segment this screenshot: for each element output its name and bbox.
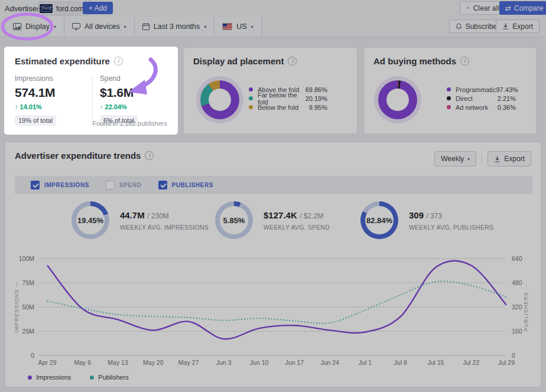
gauge-total: / $2.2M: [300, 212, 323, 220]
trend-chart-legend: Impressions Publishers: [28, 374, 129, 381]
adclarity-dashboard: Advertiser: Ford ford.com × + Add × Clea…: [0, 0, 546, 392]
display-ad-placement-card: Display ad placement i Above the fold69.…: [183, 47, 358, 134]
placement-donut-chart[interactable]: [200, 80, 239, 119]
svg-text:0: 0: [512, 352, 515, 359]
estimated-expenditure-card: Estimated expenditure i Impressions 574.…: [5, 47, 177, 134]
gauge-label: WEEKLY AVG. SPEND: [264, 224, 330, 231]
impressions-checkbox[interactable]: IMPRESSIONS: [31, 181, 89, 190]
chevron-down-icon: ▾: [467, 156, 470, 162]
date-range-filter[interactable]: Last 3 months ▾: [135, 17, 215, 37]
legend-dot: [28, 375, 32, 380]
clear-icon: ×: [466, 5, 470, 11]
legend-dot: [447, 87, 451, 92]
impressions-value: 574.1M: [15, 86, 89, 100]
display-ad-placement-title: Display ad placement i: [193, 56, 297, 66]
svg-text:75M: 75M: [22, 279, 34, 286]
impressions-share-badge: 19% of total: [15, 115, 56, 126]
export-icon: [494, 156, 500, 162]
gauge-percent: 19.45%: [72, 201, 109, 239]
svg-text:100M: 100M: [19, 255, 34, 262]
legend-dot: [447, 105, 451, 109]
us-flag-icon: [222, 23, 232, 30]
export-button[interactable]: Export: [496, 19, 540, 33]
advertiser-chip[interactable]: Ford ford.com ×: [38, 2, 89, 15]
info-icon[interactable]: i: [460, 57, 469, 66]
svg-text:May 20: May 20: [143, 359, 164, 366]
legend-item: Impressions: [28, 374, 71, 381]
publishers-checkbox[interactable]: PUBLISHERS: [158, 181, 213, 190]
svg-text:IMPRESSIONS —: IMPRESSIONS —: [14, 281, 20, 332]
gauge-value: 309: [409, 210, 424, 220]
placement-legend: Above the fold69.86% Far below the fold2…: [249, 85, 327, 112]
bell-icon: [456, 23, 462, 30]
divider: [482, 154, 482, 164]
export-icon: [502, 23, 509, 30]
series-toggle-bar: IMPRESSIONS SPEND PUBLISHERS: [15, 176, 532, 194]
ford-logo: Ford: [40, 4, 53, 13]
svg-text:Jul 22: Jul 22: [463, 359, 479, 366]
estimated-expenditure-title: Estimated expenditure i: [15, 56, 123, 66]
svg-text:Jul 8: Jul 8: [394, 359, 407, 366]
svg-text:May 13: May 13: [108, 359, 128, 366]
trends-header-buttons: Weekly ▾ Export: [434, 151, 531, 166]
advertiser-bar: Advertiser: Ford ford.com × + Add × Clea…: [0, 0, 546, 17]
country-filter[interactable]: US ▾: [214, 17, 261, 37]
legend-dot: [90, 375, 94, 380]
impressions-label: Impressions: [15, 74, 89, 83]
subscribe-button[interactable]: Subscribe: [449, 19, 503, 33]
svg-text:480: 480: [512, 279, 522, 286]
legend-item: Below the fold9.95%: [249, 103, 327, 112]
ad-buying-methods-title: Ad buying methods i: [373, 56, 469, 66]
info-icon[interactable]: i: [114, 57, 123, 66]
legend-dot: [249, 96, 253, 100]
ad-type-label: Display: [25, 22, 50, 31]
chevron-down-icon: ▾: [124, 24, 126, 30]
checkbox-icon: [31, 181, 40, 190]
trend-line-chart[interactable]: 100M64075M48050M32025M16000Apr 29May 6Ma…: [5, 254, 542, 373]
chevron-down-icon: ▾: [204, 24, 206, 30]
ad-type-filter[interactable]: Display ▾: [5, 17, 64, 37]
checkbox-icon: [158, 181, 167, 190]
filter-toolbar: Display ▾ All devices ▾ Last 3 months ▾ …: [0, 17, 546, 37]
filter-group: Display ▾ All devices ▾ Last 3 months ▾ …: [5, 17, 262, 37]
expenditure-trends-card: Advertiser expenditure trends i Weekly ▾…: [5, 142, 541, 387]
devices-filter[interactable]: All devices ▾: [64, 17, 135, 37]
svg-text:Jun 17: Jun 17: [285, 359, 304, 366]
spend-value: $1.6M: [100, 86, 174, 100]
gauge-total: / 230M: [147, 212, 169, 220]
svg-text:Jul 1: Jul 1: [359, 359, 372, 366]
publishers-footnote: Found in 1,182 publishers: [92, 120, 167, 127]
period-select[interactable]: Weekly ▾: [434, 151, 476, 166]
compare-button[interactable]: ⇄ Compare: [499, 1, 546, 15]
svg-text:160: 160: [512, 328, 522, 335]
advertiser-label: Advertiser:: [5, 4, 41, 13]
buying-methods-legend: Programmatic97.43% Direct2.21% Ad networ…: [447, 85, 516, 112]
display-ad-icon: [13, 23, 21, 30]
add-advertiser-button[interactable]: + Add: [83, 2, 113, 14]
gauge-ring: 82.84%: [360, 201, 398, 239]
spend-checkbox[interactable]: SPEND: [106, 181, 141, 190]
impressions-metric: Impressions 574.1M ↑ 14.01% 19% of total: [15, 74, 89, 126]
date-range-label: Last 3 months: [154, 22, 200, 31]
trends-export-button[interactable]: Export: [488, 151, 531, 166]
spend-label: Spend: [100, 74, 174, 83]
info-icon[interactable]: i: [145, 151, 154, 160]
country-label: US: [236, 22, 246, 31]
svg-text:Jun 3: Jun 3: [216, 359, 232, 366]
gauge-ring: 5.85%: [215, 201, 253, 239]
devices-icon: [72, 23, 80, 30]
buying-methods-donut-chart[interactable]: [378, 80, 417, 119]
impressions-change: ↑ 14.01%: [15, 103, 89, 110]
svg-text:May 6: May 6: [74, 359, 91, 366]
weekly-avg-impressions-gauge: 19.45% 44.7M / 230M WEEKLY AVG. IMPRESSI…: [72, 201, 209, 239]
legend-item: Publishers: [90, 374, 128, 381]
compare-icon: ⇄: [505, 4, 511, 12]
gauge-label: WEEKLY AVG. PUBLISHERS: [409, 224, 493, 231]
legend-item: Far below the fold20.19%: [249, 94, 327, 103]
spend-metric: Spend $1.6M ↑ 22.04% 6% of total: [100, 74, 174, 126]
svg-text:Jun 10: Jun 10: [250, 359, 269, 366]
devices-label: All devices: [84, 22, 120, 31]
info-icon[interactable]: i: [288, 57, 297, 66]
svg-text:640: 640: [512, 255, 522, 262]
ad-buying-methods-card: Ad buying methods i Programmatic97.43% D…: [363, 47, 537, 134]
